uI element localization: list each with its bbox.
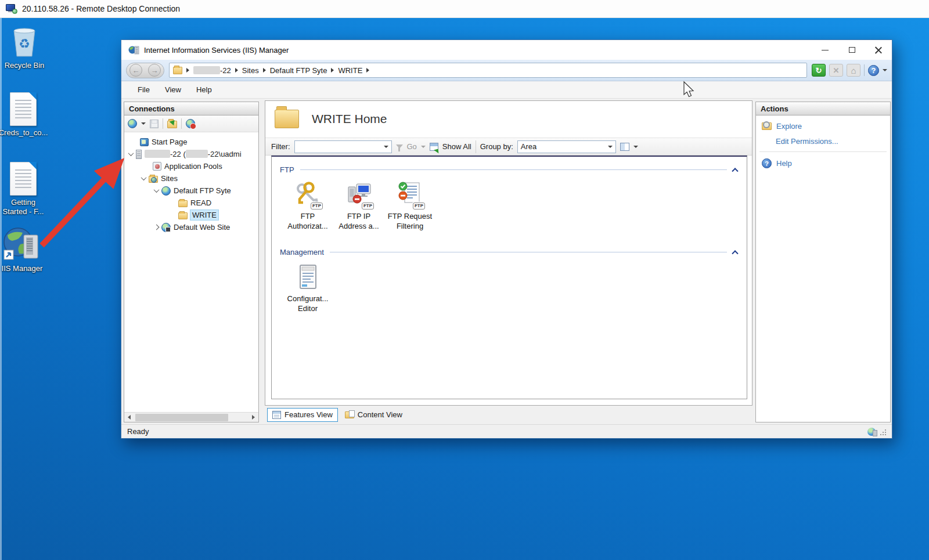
filter-label: Filter: — [271, 142, 290, 151]
help-dropdown-icon[interactable] — [883, 69, 887, 71]
feature-configuration-editor[interactable]: Configurat... Editor — [282, 263, 333, 313]
feature-ftp-request-filtering[interactable]: FTP FTP Request Filtering — [384, 181, 435, 231]
scroll-left-icon — [128, 415, 131, 420]
action-help[interactable]: ? Help — [756, 158, 890, 168]
scrollbar-thumb[interactable] — [135, 414, 228, 421]
tree-item-application-pools[interactable]: Application Pools — [124, 160, 258, 172]
filter-toolbar: Filter: Go Show All Group by: Area — [265, 138, 752, 156]
desktop-icon-creds-doc[interactable]: Creds_to_co... — [0, 92, 51, 138]
connect-to-server-icon[interactable] — [128, 119, 137, 128]
configuration-editor-icon — [293, 263, 322, 291]
close-button[interactable] — [865, 40, 892, 60]
tab-features-view[interactable]: Features View — [267, 408, 338, 422]
maximize-icon — [849, 47, 855, 53]
desktop-icon-label: Getting Started - F... — [0, 198, 48, 216]
desktop-icon-getting-started[interactable]: Getting Started - F... — [0, 162, 51, 216]
window-title-bar[interactable]: Internet Information Services (IIS) Mana… — [121, 40, 892, 60]
tree-item-server[interactable]: -22 (-22\uadmi — [124, 148, 258, 160]
feature-ftp-authorization[interactable]: FTP FTP Authorizat... — [282, 181, 333, 231]
document-icon — [10, 162, 37, 196]
connections-horizontal-scrollbar[interactable] — [124, 412, 258, 422]
server-icon — [136, 150, 142, 159]
group-by-label: Group by: — [480, 142, 513, 151]
iis-manager-window: Internet Information Services (IIS) Mana… — [121, 39, 892, 439]
minimize-icon — [822, 50, 829, 50]
connections-header: Connections — [124, 102, 258, 115]
section-collapse-icon[interactable] — [732, 168, 738, 174]
redacted-server-name — [193, 66, 220, 74]
main-header: WRITE Home — [265, 101, 752, 137]
breadcrumb-sites[interactable]: Sites — [242, 66, 259, 75]
expander-expand-icon[interactable] — [154, 225, 160, 230]
ftp-items-row: FTP FTP Authorizat... — [282, 181, 739, 231]
screen: 20.110.58.26 - Remote Desktop Connection… — [0, 0, 929, 560]
help-icon: ? — [762, 158, 772, 168]
minimize-button[interactable] — [812, 40, 838, 60]
features-view-icon — [272, 411, 281, 419]
menu-file[interactable]: File — [138, 85, 150, 94]
home-button[interactable]: ⌂ — [847, 64, 860, 77]
main-panel: WRITE Home Filter: Go Show All Group by:… — [265, 100, 752, 406]
breadcrumb-ftp-site[interactable]: Default FTP Syte — [270, 66, 327, 75]
refresh-button[interactable]: ↻ — [812, 64, 826, 77]
save-connections-icon[interactable] — [150, 120, 159, 128]
expander-collapse-icon[interactable] — [154, 187, 160, 193]
tree-item-start-page[interactable]: Start Page — [124, 136, 258, 148]
action-edit-permissions[interactable]: Edit Permissions... — [756, 137, 890, 146]
show-all-button[interactable]: Show All — [442, 142, 471, 151]
go-dropdown-icon[interactable] — [421, 146, 426, 148]
stop-button[interactable]: ✕ — [829, 64, 843, 77]
rdp-title-bar: 20.110.58.26 - Remote Desktop Connection — [0, 0, 929, 18]
feature-label: FTP IP Address a... — [333, 211, 384, 231]
connect-dropdown-icon[interactable] — [141, 122, 146, 125]
section-collapse-icon[interactable] — [732, 250, 738, 256]
tree-item-sites[interactable]: Sites — [124, 172, 258, 185]
feature-ftp-ip-restrictions[interactable]: FTP FTP IP Address a... — [333, 181, 384, 231]
resize-grip[interactable] — [879, 428, 886, 435]
ftp-badge: FTP — [362, 203, 374, 209]
rdp-title: 20.110.58.26 - Remote Desktop Connection — [22, 4, 180, 13]
actions-panel: Actions Explore Edit Permissions... ? He… — [755, 102, 891, 422]
breadcrumb[interactable]: -22 Sites Default FTP Syte WRITE — [169, 63, 807, 78]
toolbar-divider — [163, 118, 163, 129]
help-button[interactable]: ? — [868, 65, 879, 76]
menu-view[interactable]: View — [165, 85, 181, 94]
expander-collapse-icon[interactable] — [141, 175, 147, 180]
status-bar: Ready — [121, 424, 892, 438]
tree-item-write[interactable]: WRITE — [124, 209, 258, 221]
go-button[interactable]: Go — [407, 142, 417, 151]
content-view-icon — [345, 411, 354, 418]
feature-label: FTP Authorizat... — [282, 211, 333, 231]
desktop-icon-recycle-bin[interactable]: ♻ Recycle Bin — [0, 26, 52, 70]
start-page-icon — [140, 138, 149, 146]
tab-content-view[interactable]: Content View — [340, 408, 407, 422]
menu-help[interactable]: Help — [196, 85, 212, 94]
desktop-icon-iis-manager[interactable]: IIS Manager — [0, 227, 50, 273]
group-by-select[interactable]: Area — [517, 140, 616, 153]
breadcrumb-write[interactable]: WRITE — [338, 66, 362, 75]
breadcrumb-separator-icon — [235, 68, 238, 73]
delete-connection-icon[interactable] — [186, 119, 195, 128]
filter-input[interactable] — [294, 140, 392, 153]
tree-item-default-ftp-site[interactable]: Default FTP Syte — [124, 185, 258, 197]
connections-tree: Start Page -22 (-22\uadmi Application Po… — [124, 132, 258, 412]
expander-collapse-icon[interactable] — [128, 150, 134, 156]
forward-button[interactable]: → — [148, 64, 161, 77]
breadcrumb-separator-icon — [366, 68, 369, 73]
back-button[interactable]: ← — [129, 64, 142, 77]
scroll-right-button[interactable] — [249, 413, 258, 422]
redacted-server-name — [145, 150, 170, 158]
action-explore[interactable]: Explore — [756, 122, 890, 131]
ftp-badge: FTP — [413, 203, 425, 209]
view-layout-dropdown-icon[interactable] — [633, 146, 638, 148]
tree-item-read[interactable]: READ — [124, 197, 258, 209]
maximize-button[interactable] — [838, 40, 865, 60]
scroll-left-button[interactable] — [124, 413, 134, 422]
ftp-request-filtering-icon: FTP — [395, 181, 424, 209]
breadcrumb-server[interactable]: -22 — [193, 66, 231, 75]
tree-item-default-web-site[interactable]: Default Web Site — [124, 221, 258, 233]
up-level-icon[interactable] — [167, 121, 177, 128]
view-layout-icon[interactable] — [620, 143, 629, 151]
recycle-bin-icon: ♻ — [10, 26, 38, 59]
actions-divider — [759, 151, 887, 152]
